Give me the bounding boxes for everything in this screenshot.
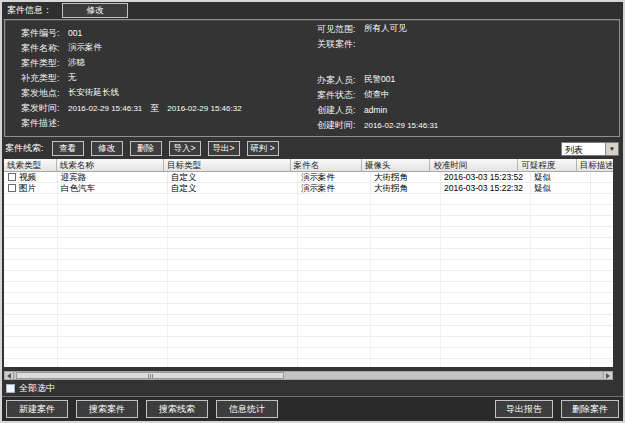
col-header-clue-name[interactable]: 线索名称 <box>57 159 164 171</box>
case-info-left-column: 案件编号: 001 案件名称: 演示案件 案件类型: 涉稳 补充类型: 无 案发… <box>21 27 242 129</box>
row-checkbox[interactable] <box>8 173 16 181</box>
delete-case-button[interactable]: 删除案件 <box>561 400 619 418</box>
import-clue-button[interactable]: 导入> <box>169 141 201 156</box>
case-status-field: 案件状态: 侦查中 <box>317 89 438 101</box>
supplement-type-value: 无 <box>68 72 77 84</box>
case-number-field: 案件编号: 001 <box>21 27 242 39</box>
info-spacer <box>317 53 438 71</box>
supplement-type-field: 补充类型: 无 <box>21 72 242 84</box>
clue-type-text: 图片 <box>19 183 36 194</box>
scroll-left-button[interactable] <box>5 372 14 379</box>
officer-label: 办案人员: <box>317 74 364 87</box>
view-mode-dropdown[interactable]: 列表 ▼ <box>561 142 619 156</box>
search-clue-button[interactable]: 搜索线索 <box>146 400 208 418</box>
cell-camera: 大街拐角 <box>371 172 441 183</box>
cell-clue-type: 视频 <box>4 172 58 183</box>
case-description-field: 案件描述: <box>21 117 242 129</box>
col-header-camera[interactable]: 摄像头 <box>362 159 430 171</box>
officer-field: 办案人员: 民警001 <box>317 74 438 86</box>
cell-camera: 大街拐角 <box>371 183 441 194</box>
creation-time-label: 创建时间: <box>317 119 364 132</box>
thumb-grip <box>148 374 149 378</box>
case-status-label: 案件状态: <box>317 89 364 102</box>
col-header-time[interactable]: 校准时间 <box>430 159 518 171</box>
incident-time-label: 案发时间: <box>21 102 68 115</box>
case-type-label: 案件类型: <box>21 57 68 70</box>
col-header-target-type[interactable]: 目标类型 <box>164 159 291 171</box>
chevron-down-icon[interactable]: ▼ <box>605 143 618 155</box>
clue-type-text: 视频 <box>19 172 36 183</box>
table-row[interactable]: 图片 白色汽车 自定义 演示案件 大街拐角 2016-03-03 15:22:3… <box>4 183 613 194</box>
clue-toolbar-label: 案件线索: <box>5 142 44 155</box>
view-mode-value: 列表 <box>562 143 605 155</box>
cell-case-name: 演示案件 <box>298 172 371 183</box>
incident-location-label: 案发地点: <box>21 87 68 100</box>
case-type-field: 案件类型: 涉稳 <box>21 57 242 69</box>
case-status-value: 侦查中 <box>364 89 390 101</box>
search-case-button[interactable]: 搜索案件 <box>76 400 138 418</box>
col-header-target-desc[interactable]: 目标描述 <box>577 159 613 171</box>
case-name-label: 案件名称: <box>21 42 68 55</box>
cell-case-name: 演示案件 <box>298 183 371 194</box>
bottom-action-bar: 新建案件 搜索案件 搜索线索 信息统计 导出报告 删除案件 <box>2 396 623 421</box>
creator-label: 创建人员: <box>317 104 364 117</box>
cell-suspicion: 疑似 <box>531 183 591 194</box>
scroll-left-icon <box>7 373 11 379</box>
case-name-field: 案件名称: 演示案件 <box>21 42 242 54</box>
creator-value: admin <box>364 105 387 115</box>
case-name-value: 演示案件 <box>68 42 102 54</box>
related-cases-field: 关联案件: <box>317 38 438 50</box>
cell-clue-type: 图片 <box>4 183 58 194</box>
clue-table: 线索类型 线索名称 目标类型 案件名 摄像头 校准时间 可疑程度 目标描述 视频… <box>4 159 613 367</box>
case-description-label: 案件描述: <box>21 117 68 130</box>
cell-clue-name: 迎宾路 <box>58 172 168 183</box>
cell-target-desc <box>591 183 613 194</box>
creation-time-field: 创建时间: 2016-02-29 15:46:31 <box>317 119 438 131</box>
modify-case-button[interactable]: 修改 <box>62 3 128 18</box>
app-window: 案件信息： 修改 案件编号: 001 案件名称: 演示案件 案件类型: 涉稳 补… <box>0 0 625 423</box>
select-all-checkbox[interactable] <box>6 384 15 393</box>
col-header-clue-type[interactable]: 线索类型 <box>4 159 57 171</box>
clue-toolbar: 案件线索: 查看 修改 删除 导入> 导出> 研判 > 列表 ▼ <box>2 138 623 159</box>
modify-clue-button[interactable]: 修改 <box>91 141 123 156</box>
row-checkbox[interactable] <box>8 184 16 192</box>
export-report-button[interactable]: 导出报告 <box>495 400 553 418</box>
view-clue-button[interactable]: 查看 <box>52 141 84 156</box>
col-header-suspicion[interactable]: 可疑程度 <box>518 159 577 171</box>
scroll-right-button[interactable] <box>603 372 612 379</box>
creation-time-value: 2016-02-29 15:46:31 <box>364 121 438 130</box>
case-number-value: 001 <box>68 28 82 38</box>
visibility-value: 所有人可见 <box>364 23 407 35</box>
info-statistics-button[interactable]: 信息统计 <box>216 400 278 418</box>
horizontal-scrollbar[interactable] <box>4 371 613 380</box>
top-bar: 案件信息： 修改 <box>2 2 623 19</box>
delete-clue-button[interactable]: 删除 <box>130 141 162 156</box>
col-header-case-name[interactable]: 案件名 <box>291 159 362 171</box>
case-info-panel: 案件编号: 001 案件名称: 演示案件 案件类型: 涉稳 补充类型: 无 案发… <box>4 19 620 137</box>
cell-target-type: 自定义 <box>168 172 298 183</box>
analyze-clue-button[interactable]: 研判 > <box>247 141 279 156</box>
case-number-label: 案件编号: <box>21 27 68 40</box>
incident-time-start: 2016-02-29 15:46:31 <box>68 104 142 113</box>
incident-time-to: 至 <box>150 102 159 115</box>
incident-time-field: 案发时间: 2016-02-29 15:46:31 至 2016-02-29 1… <box>21 102 242 114</box>
visibility-field: 可见范围: 所有人可见 <box>317 23 438 35</box>
creator-field: 创建人员: admin <box>317 104 438 116</box>
scroll-right-icon <box>606 373 610 379</box>
officer-value: 民警001 <box>364 74 395 86</box>
cell-suspicion: 疑似 <box>531 172 591 183</box>
scrollbar-thumb[interactable] <box>16 372 284 379</box>
case-info-right-column: 可见范围: 所有人可见 关联案件: 办案人员: 民警001 案件状态: 侦查中 … <box>317 23 438 131</box>
table-empty-area <box>4 194 613 367</box>
thumb-grip <box>152 374 153 378</box>
table-row[interactable]: 视频 迎宾路 自定义 演示案件 大街拐角 2016-03-03 15:23:52… <box>4 172 613 183</box>
cell-target-type: 自定义 <box>168 183 298 194</box>
page-title: 案件信息： <box>7 4 52 17</box>
new-case-button[interactable]: 新建案件 <box>6 400 68 418</box>
cell-time: 2016-03-03 15:22:32 <box>441 183 531 194</box>
export-clue-button[interactable]: 导出> <box>208 141 240 156</box>
supplement-type-label: 补充类型: <box>21 72 68 85</box>
table-header-row: 线索类型 线索名称 目标类型 案件名 摄像头 校准时间 可疑程度 目标描述 <box>4 159 613 172</box>
incident-time-end: 2016-02-29 15:46:32 <box>167 104 241 113</box>
cell-time: 2016-03-03 15:23:52 <box>441 172 531 183</box>
